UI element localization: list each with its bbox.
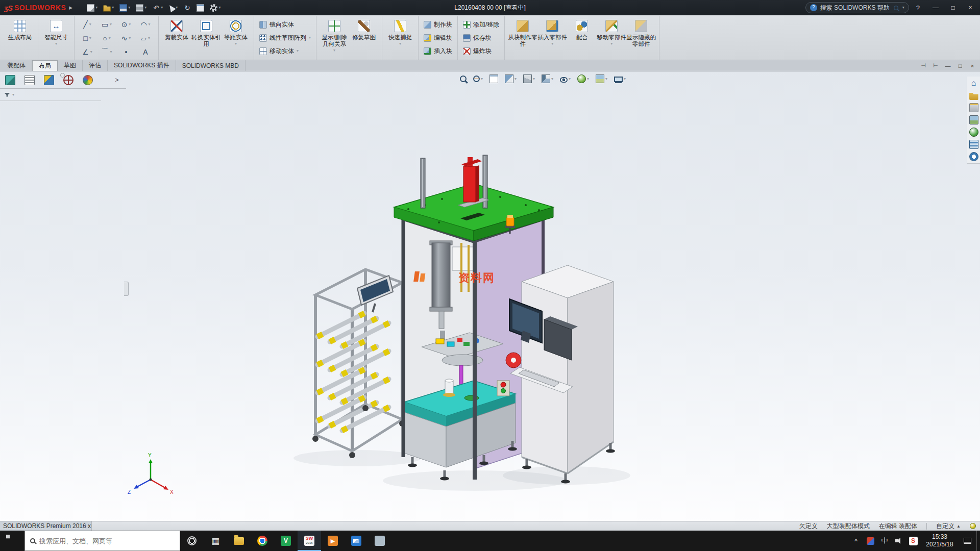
make-part-from-block-button[interactable]: 从块制作零件 <box>508 17 537 59</box>
volume-button[interactable] <box>892 531 905 551</box>
action-center-icon[interactable] <box>964 538 971 544</box>
rebuild-button[interactable]: ↻ <box>181 3 193 13</box>
file-explorer-pane-icon[interactable] <box>969 103 978 112</box>
sketch-arc-button[interactable]: ◠▾ <box>136 17 155 31</box>
smart-dimension-button[interactable]: ↔ 智能尺寸 ▾ <box>41 17 71 59</box>
press-actuator[interactable] <box>463 166 476 202</box>
sketch-line-button[interactable]: ╱▾ <box>78 17 97 31</box>
sketch-rectangle-button[interactable]: ▭▾ <box>97 17 116 31</box>
property-manager-tab-icon[interactable] <box>24 75 35 85</box>
help-search-box[interactable]: ? 搜索 SOLIDWORKS 帮助 ▾ <box>805 2 909 13</box>
previous-view-button[interactable] <box>488 73 500 84</box>
feature-manager-tab-icon[interactable] <box>5 75 15 85</box>
pane-right-icon[interactable]: ⊢ <box>930 61 941 70</box>
app-v-button[interactable]: V <box>274 531 298 551</box>
quick-tip-icon[interactable] <box>970 523 976 529</box>
zoom-fit-button[interactable] <box>458 74 468 83</box>
panel-splitter-dot[interactable] <box>60 73 65 78</box>
select-button[interactable]: ▾ <box>166 3 180 13</box>
cortana-button[interactable] <box>180 531 204 551</box>
display-manager-tab-icon[interactable] <box>83 75 93 85</box>
help-button[interactable]: ? <box>913 4 923 12</box>
resources-home-icon[interactable]: ⌂ <box>969 79 978 88</box>
repair-sketch-button[interactable]: 修复草图 <box>349 17 379 59</box>
doc-restore-button[interactable]: □ <box>954 61 966 70</box>
sketch-text-button[interactable]: A <box>136 45 155 59</box>
dimxpert-manager-tab-icon[interactable] <box>63 75 74 85</box>
sketch-polygon-button[interactable]: □▾ <box>78 31 97 45</box>
custom-status-menu[interactable]: 自定义▲ <box>936 522 961 531</box>
close-button[interactable]: × <box>962 0 979 15</box>
apply-scene-button[interactable]: ▾ <box>594 73 609 84</box>
pane-left-icon[interactable]: ⊣ <box>918 61 929 70</box>
configuration-manager-tab-icon[interactable] <box>44 75 54 85</box>
chrome-button[interactable] <box>251 531 274 551</box>
maximize-button[interactable]: □ <box>944 0 962 15</box>
insert-components-button[interactable]: 插入零部件 ▾ <box>537 17 567 59</box>
appearances-icon[interactable] <box>969 128 978 137</box>
solidworks-taskbar-button[interactable]: SW2016 <box>298 531 321 551</box>
trim-entities-button[interactable]: 剪裁实体 <box>162 17 191 59</box>
quick-snaps-button[interactable]: 快速捕捉 ▾ <box>385 17 415 59</box>
design-library-icon[interactable] <box>969 91 978 100</box>
print-button[interactable]: ▾ <box>134 3 149 13</box>
show-hidden-components-button[interactable]: 显示隐藏的零部件 <box>626 17 656 59</box>
taskbar-clock[interactable]: 15:33 2021/5/18 <box>921 533 959 548</box>
save-block-button[interactable]: 保存块 <box>461 32 501 44</box>
tab-mbd[interactable]: SOLIDWORKS MBD <box>176 60 246 71</box>
menu-expand-icon[interactable]: ▶ <box>69 5 72 10</box>
sogou-ime-button[interactable]: S <box>906 531 920 551</box>
media-player-button[interactable]: ▶ <box>321 531 345 551</box>
control-cabinet-component[interactable] <box>509 265 615 484</box>
tray-expand-button[interactable]: ^ <box>849 531 863 551</box>
section-view-button[interactable]: ▾ <box>503 73 518 84</box>
view-settings-button[interactable]: ▾ <box>612 74 627 83</box>
open-button[interactable]: ▾ <box>101 3 116 13</box>
feature-tree-filter[interactable]: ▾ <box>0 89 101 101</box>
display-style-button[interactable]: ▾ <box>540 73 555 84</box>
options-button[interactable]: ▾ <box>208 3 223 13</box>
sketch-ellipse-button[interactable]: ○▾ <box>97 31 116 45</box>
tab-evaluate[interactable]: 评估 <box>83 60 108 71</box>
undo-button[interactable]: ↶▾ <box>150 3 165 13</box>
press-cylinder[interactable] <box>432 243 450 309</box>
new-document-button[interactable]: ▾ <box>85 3 100 13</box>
sketch-chamfer-button[interactable]: ∠▾ <box>78 45 97 59</box>
minimize-button[interactable]: — <box>927 0 944 15</box>
zoom-area-button[interactable]: ▾ <box>472 74 484 83</box>
doc-close-button[interactable]: × <box>967 61 978 70</box>
custom-properties-icon[interactable] <box>969 140 978 149</box>
doc-minimize-button[interactable]: — <box>942 61 953 70</box>
make-block-button[interactable]: 制作块 <box>422 18 454 31</box>
graphics-viewport[interactable]: 资料网 Y X Z <box>0 71 980 521</box>
sketch-point-button[interactable]: • <box>116 45 136 59</box>
display-delete-relations-button[interactable]: 显示/删除几何关系 ▾ <box>320 17 349 59</box>
create-layout-button[interactable]: 生成布局 <box>5 17 35 59</box>
tab-assembly[interactable]: 装配体 <box>1 60 32 71</box>
tab-sketch[interactable]: 草图 <box>58 60 83 71</box>
taskbar-search-input[interactable] <box>39 537 157 545</box>
sketch-circle-button[interactable]: ⊙▾ <box>116 17 136 31</box>
sketch-spline-button[interactable]: ∿▾ <box>116 31 136 45</box>
tray-app-button[interactable] <box>864 531 877 551</box>
panel-expand-chevron[interactable]: > <box>113 77 121 84</box>
app-gray-button[interactable] <box>368 531 391 551</box>
roller-rack-component[interactable] <box>312 269 405 458</box>
graphics-area[interactable]: 资料网 Y X Z ▾ ▾ ▾ ▾ ▾ <box>0 71 980 521</box>
sketch-3pt-arc-button[interactable]: ⌒▾ <box>97 45 116 59</box>
tab-layout[interactable]: 布局 <box>32 60 58 71</box>
view-palette-icon[interactable] <box>969 115 978 124</box>
convert-entities-button[interactable]: 转换实体引用 <box>191 17 221 59</box>
mirror-entities-button[interactable]: 镜向实体 <box>257 18 313 31</box>
sketch-slot-button[interactable]: ▱▾ <box>136 31 155 45</box>
view-orientation-button[interactable]: ▾ <box>522 73 536 84</box>
show-desktop-button[interactable] <box>976 531 980 551</box>
mate-button[interactable]: 配合 <box>567 17 597 59</box>
offset-entities-button[interactable]: 等距实体 ▾ <box>221 17 251 59</box>
insert-block-button[interactable]: 插入块 <box>422 45 454 58</box>
add-remove-button[interactable]: 添加/移除 <box>461 18 501 31</box>
hide-show-items-button[interactable]: ▾ <box>558 74 572 84</box>
signal-beacon[interactable] <box>506 217 514 226</box>
taskbar-search[interactable] <box>24 531 180 551</box>
edit-block-button[interactable]: 编辑块 <box>422 32 454 44</box>
